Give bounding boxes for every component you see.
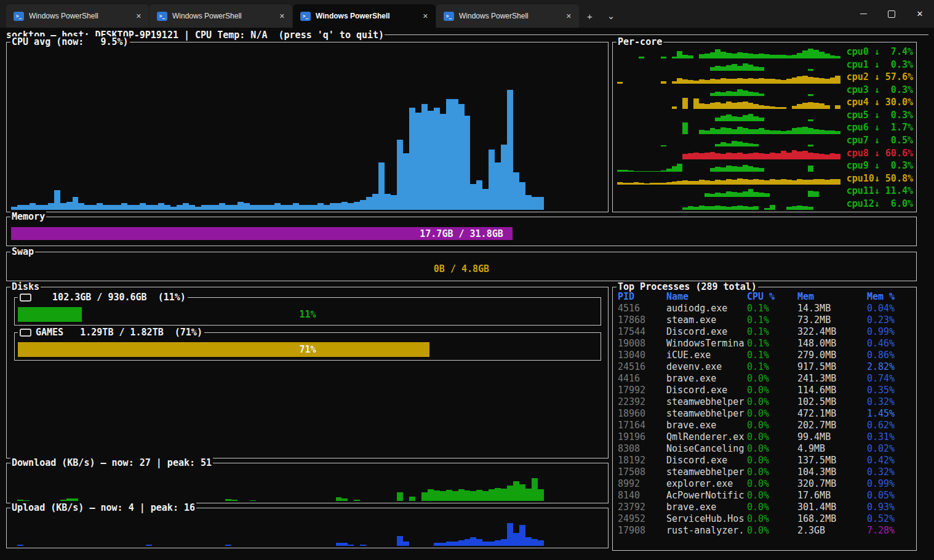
tab-close-icon[interactable]: ✕ [562,11,575,22]
tab-windows-powershell-2[interactable]: >_Windows PowerShell✕ [150,4,292,28]
chart-bar [470,184,476,210]
core-row-cpu11: cpu11↓ 11.4% [617,185,913,198]
process-cell: 279.0MB [797,350,867,361]
process-row: 17164brave.exe0.0%202.7MB0.62% [618,419,914,431]
process-cell: 8992 [618,478,666,489]
chart-bar [732,64,737,71]
chart-bar [715,102,720,108]
upload-chart [11,519,605,546]
chart-bar [792,128,797,134]
tab-windows-powershell-3[interactable]: >_Windows PowerShell✕ [293,4,436,28]
chart-bar [808,207,813,210]
chart-bar [699,130,704,134]
chart-bar [231,500,237,501]
chart-bar [808,153,813,159]
chart-bar [532,478,538,501]
chart-bar [317,203,324,210]
core-sparkline [617,84,840,97]
chart-bar [753,104,759,109]
tab-dropdown-button[interactable]: ⌄ [600,4,623,28]
column-header: PID [618,291,666,302]
minimize-button[interactable] [849,0,877,28]
tab-close-icon[interactable]: ✕ [419,11,432,22]
chart-bar [720,116,726,121]
chart-bar [726,91,732,96]
chart-bar [759,54,764,58]
process-cell: 0.46% [867,338,914,349]
core-row-cpu2: cpu2 ↓ 57.6% [617,71,913,84]
chart-bar [797,127,802,134]
process-cell: WindowsTermina [666,338,747,349]
chart-bar [538,540,544,546]
core-sparkline [617,197,840,210]
maximize-button[interactable] [877,0,906,28]
process-cell: 17.6MB [797,490,867,501]
chart-bar [391,195,397,210]
column-header: Mem % [867,291,914,302]
chart-bar [48,203,54,210]
process-row: 17544Discord.exe0.1%322.4MB0.99% [618,326,914,337]
chart-bar [704,54,710,58]
chart-bar [732,180,737,185]
disk-panel-1: GAMES 1.29TB / 1.82TB (71%)71% [14,332,601,361]
tab-windows-powershell-4[interactable]: >_Windows PowerShell✕ [436,4,579,28]
chart-bar [786,153,792,159]
tab-close-icon[interactable]: ✕ [132,11,145,22]
core-label: cpu7 ↓ 0.5% [844,135,913,146]
chart-bar [753,116,759,121]
process-cell: 17868 [618,314,666,326]
chart-bar [434,108,440,210]
chart-bar [146,545,152,546]
process-cell: 73.2MB [797,314,867,326]
process-cell: explorer.exe [666,478,747,489]
process-cell: 0.74% [867,373,914,384]
process-cell: 0.0% [747,490,797,501]
chart-bar [324,205,330,210]
chart-bar [802,151,808,159]
process-cell: 0.42% [867,455,914,466]
core-label: cpu4 ↓ 30.0% [844,97,913,108]
core-sparkline [617,109,840,122]
close-button[interactable]: ✕ [906,0,934,28]
chart-bar [183,203,189,210]
chart-bar [770,153,775,159]
chart-bar [360,200,366,210]
chart-bar [835,76,840,83]
chart-bar [808,49,813,58]
download-title: Download (KB/s) — now: 27 | peak: 51 [10,457,213,468]
process-cell: 24516 [618,361,666,372]
chart-bar [519,182,525,210]
chart-bar [90,205,97,210]
chart-bar [792,78,797,83]
process-row: 17508steamwebhelper0.0%104.3MB0.32% [618,466,914,478]
process-cell: 0.0% [747,466,797,478]
chart-bar [403,153,409,210]
process-cell: 7.28% [867,525,914,536]
process-cell: 8140 [618,490,666,501]
window-titlebar: >_Windows PowerShell✕>_Windows PowerShel… [0,0,934,28]
process-cell: 0.04% [867,303,914,314]
disk-gauge-label: 71% [18,342,597,357]
chart-bar [819,154,824,159]
process-cell: 301.4MB [797,502,867,513]
chart-bar [305,205,311,210]
chart-bar [743,53,748,58]
new-tab-button[interactable]: + [580,4,600,28]
process-cell: 0.0% [747,513,797,524]
process-table-header: PIDNameCPU %MemMem % [618,290,914,302]
process-cell: 0.32% [867,396,914,407]
process-row: 17908rust-analyzer.0.0%2.3GB7.28% [618,524,914,536]
chart-bar [737,153,743,159]
chart-bar [225,499,231,501]
chart-bar [446,542,452,546]
terminal-screen: socktop — host: DESKTOP-9P19121 | CPU Te… [0,28,934,560]
tab-close-icon[interactable]: ✕ [276,11,289,22]
process-cell: 0.1% [747,326,797,337]
chart-bar [682,207,688,210]
chart-bar [737,178,743,185]
process-cell: 17164 [618,420,666,431]
chart-bar [213,205,219,210]
chart-bar [808,77,813,84]
chart-bar [753,206,759,210]
tab-windows-powershell-1[interactable]: >_Windows PowerShell✕ [6,4,149,28]
